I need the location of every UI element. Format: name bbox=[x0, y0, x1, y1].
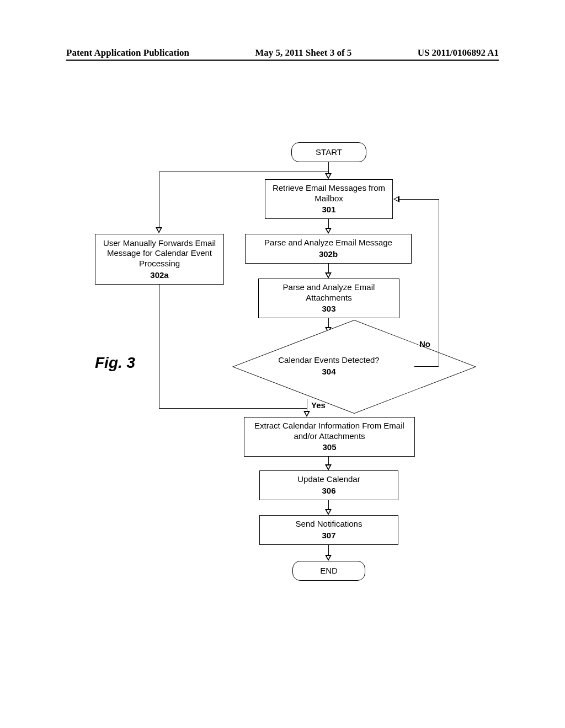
node-302b-ref: 302b bbox=[319, 249, 338, 260]
node-302a: User Manually Forwards Email Message for… bbox=[95, 234, 224, 285]
page: Patent Application Publication May 5, 20… bbox=[0, 0, 565, 728]
node-303-ref: 303 bbox=[322, 304, 335, 314]
node-307: Send Notifications 307 bbox=[259, 515, 398, 545]
node-302b: Parse and Analyze Email Message 302b bbox=[245, 234, 412, 264]
node-304-text: Calendar Events Detected? bbox=[278, 355, 379, 365]
edge-line bbox=[399, 199, 439, 200]
edge-line bbox=[159, 172, 159, 228]
node-302a-ref: 302a bbox=[150, 270, 168, 281]
node-start: START bbox=[291, 142, 366, 162]
arrowhead-down-icon bbox=[325, 272, 332, 279]
node-303-text: Parse and Analyze Email Attachments bbox=[263, 282, 395, 303]
node-306-text: Update Calendar bbox=[297, 474, 360, 485]
header-rule bbox=[66, 60, 499, 61]
arrowhead-down-icon bbox=[156, 227, 162, 233]
node-307-text: Send Notifications bbox=[296, 519, 363, 529]
node-304: Calendar Events Detected? 304 bbox=[243, 333, 415, 399]
node-start-label: START bbox=[316, 147, 342, 158]
decision-label-yes: Yes bbox=[311, 400, 326, 410]
node-306-ref: 306 bbox=[322, 486, 335, 496]
page-header: Patent Application Publication May 5, 20… bbox=[66, 47, 499, 58]
header-left: Patent Application Publication bbox=[66, 47, 189, 58]
node-end-label: END bbox=[320, 566, 338, 576]
arrowhead-down-icon bbox=[325, 509, 332, 515]
figure-label: Fig. 3 bbox=[95, 354, 135, 372]
arrowhead-down-icon bbox=[325, 173, 332, 179]
edge-line bbox=[439, 199, 439, 366]
edge-line bbox=[159, 408, 307, 409]
node-305-text: Extract Calendar Information From Email … bbox=[249, 421, 410, 442]
node-304-ref: 304 bbox=[243, 367, 415, 377]
node-307-ref: 307 bbox=[322, 531, 335, 541]
node-301-text: Retrieve Email Messages from Mailbox bbox=[270, 183, 388, 204]
edge-line bbox=[307, 399, 307, 412]
edge-line bbox=[159, 285, 159, 408]
node-305: Extract Calendar Information From Email … bbox=[244, 417, 415, 457]
arrowhead-down-icon bbox=[325, 555, 332, 561]
node-305-ref: 305 bbox=[322, 442, 336, 453]
node-301: Retrieve Email Messages from Mailbox 301 bbox=[265, 179, 393, 219]
edge-line bbox=[328, 545, 329, 556]
edge-line bbox=[159, 172, 328, 172]
node-302b-text: Parse and Analyze Email Message bbox=[264, 238, 392, 248]
node-302a-text: User Manually Forwards Email Message for… bbox=[100, 238, 219, 269]
header-right: US 2011/0106892 A1 bbox=[418, 47, 499, 58]
arrowhead-down-icon bbox=[325, 228, 332, 234]
node-303: Parse and Analyze Email Attachments 303 bbox=[258, 279, 399, 318]
edge-line bbox=[328, 162, 329, 174]
arrowhead-left-icon bbox=[393, 196, 399, 202]
decision-label-no: No bbox=[419, 339, 430, 349]
edge-line bbox=[414, 366, 439, 367]
arrowhead-down-icon bbox=[303, 411, 310, 417]
arrowhead-down-icon bbox=[325, 464, 332, 470]
node-301-ref: 301 bbox=[322, 205, 335, 215]
node-end: END bbox=[292, 561, 365, 581]
node-306: Update Calendar 306 bbox=[259, 470, 398, 500]
header-center: May 5, 2011 Sheet 3 of 5 bbox=[255, 47, 351, 58]
